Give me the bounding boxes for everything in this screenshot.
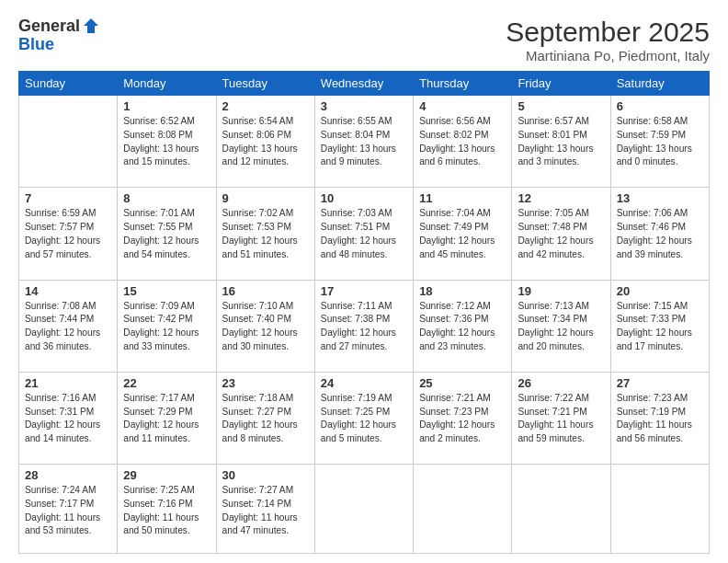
day-number: 21 [25, 376, 111, 390]
day-number: 27 [617, 376, 703, 390]
header: General Blue September 2025 Martiniana P… [18, 17, 710, 63]
table-row: 18Sunrise: 7:12 AM Sunset: 7:36 PM Dayli… [414, 280, 512, 372]
table-row: 9Sunrise: 7:02 AM Sunset: 7:53 PM Daylig… [216, 188, 314, 280]
table-row: 13Sunrise: 7:06 AM Sunset: 7:46 PM Dayli… [610, 188, 709, 280]
table-row [414, 465, 512, 554]
day-info: Sunrise: 7:13 AM Sunset: 7:34 PM Dayligh… [518, 300, 604, 354]
day-number: 30 [222, 468, 309, 482]
logo-icon [82, 17, 100, 35]
table-row: 16Sunrise: 7:10 AM Sunset: 7:40 PM Dayli… [216, 280, 314, 372]
day-info: Sunrise: 7:19 AM Sunset: 7:25 PM Dayligh… [321, 392, 407, 446]
day-number: 17 [321, 284, 407, 298]
day-info: Sunrise: 7:25 AM Sunset: 7:16 PM Dayligh… [123, 484, 210, 538]
table-row: 12Sunrise: 7:05 AM Sunset: 7:48 PM Dayli… [512, 188, 610, 280]
day-info: Sunrise: 7:22 AM Sunset: 7:21 PM Dayligh… [518, 392, 604, 446]
table-row: 3Sunrise: 6:55 AM Sunset: 8:04 PM Daylig… [314, 96, 413, 188]
day-number: 7 [25, 191, 111, 205]
day-number: 2 [222, 99, 309, 113]
day-number: 15 [123, 284, 210, 298]
day-info: Sunrise: 7:06 AM Sunset: 7:46 PM Dayligh… [617, 207, 703, 261]
day-number: 23 [222, 376, 309, 390]
page: General Blue September 2025 Martiniana P… [0, 0, 728, 563]
day-info: Sunrise: 7:11 AM Sunset: 7:38 PM Dayligh… [321, 300, 407, 354]
table-row: 23Sunrise: 7:18 AM Sunset: 7:27 PM Dayli… [216, 372, 314, 464]
table-row: 4Sunrise: 6:56 AM Sunset: 8:02 PM Daylig… [414, 96, 512, 188]
day-number: 24 [321, 376, 407, 390]
day-number: 6 [617, 99, 703, 113]
day-number: 13 [617, 191, 703, 205]
table-row: 28Sunrise: 7:24 AM Sunset: 7:17 PM Dayli… [19, 465, 118, 554]
day-info: Sunrise: 7:16 AM Sunset: 7:31 PM Dayligh… [25, 392, 111, 446]
table-row [610, 465, 709, 554]
header-tuesday: Tuesday [216, 72, 314, 96]
day-info: Sunrise: 7:02 AM Sunset: 7:53 PM Dayligh… [222, 207, 309, 261]
header-wednesday: Wednesday [314, 72, 413, 96]
table-row: 30Sunrise: 7:27 AM Sunset: 7:14 PM Dayli… [216, 465, 314, 554]
day-number: 8 [123, 191, 210, 205]
header-friday: Friday [512, 72, 610, 96]
day-info: Sunrise: 6:59 AM Sunset: 7:57 PM Dayligh… [25, 207, 111, 261]
day-number: 28 [25, 468, 111, 482]
day-number: 11 [419, 191, 506, 205]
calendar-header-row: Sunday Monday Tuesday Wednesday Thursday… [19, 72, 710, 96]
day-info: Sunrise: 7:08 AM Sunset: 7:44 PM Dayligh… [25, 300, 111, 354]
calendar-subtitle: Martiniana Po, Piedmont, Italy [506, 48, 710, 63]
table-row: 17Sunrise: 7:11 AM Sunset: 7:38 PM Dayli… [314, 280, 413, 372]
day-info: Sunrise: 7:09 AM Sunset: 7:42 PM Dayligh… [123, 300, 210, 354]
day-info: Sunrise: 6:56 AM Sunset: 8:02 PM Dayligh… [419, 115, 506, 169]
day-number: 16 [222, 284, 309, 298]
day-info: Sunrise: 7:05 AM Sunset: 7:48 PM Dayligh… [518, 207, 604, 261]
day-info: Sunrise: 6:57 AM Sunset: 8:01 PM Dayligh… [518, 115, 604, 169]
table-row: 7Sunrise: 6:59 AM Sunset: 7:57 PM Daylig… [19, 188, 118, 280]
day-info: Sunrise: 7:04 AM Sunset: 7:49 PM Dayligh… [419, 207, 506, 261]
table-row: 20Sunrise: 7:15 AM Sunset: 7:33 PM Dayli… [610, 280, 709, 372]
day-info: Sunrise: 6:54 AM Sunset: 8:06 PM Dayligh… [222, 115, 309, 169]
table-row: 24Sunrise: 7:19 AM Sunset: 7:25 PM Dayli… [314, 372, 413, 464]
title-block: September 2025 Martiniana Po, Piedmont, … [506, 17, 710, 63]
table-row: 19Sunrise: 7:13 AM Sunset: 7:34 PM Dayli… [512, 280, 610, 372]
table-row [19, 96, 118, 188]
day-number: 14 [25, 284, 111, 298]
table-row: 1Sunrise: 6:52 AM Sunset: 8:08 PM Daylig… [118, 96, 216, 188]
logo: General Blue [18, 17, 100, 54]
table-row: 8Sunrise: 7:01 AM Sunset: 7:55 PM Daylig… [118, 188, 216, 280]
day-number: 12 [518, 191, 604, 205]
day-info: Sunrise: 7:18 AM Sunset: 7:27 PM Dayligh… [222, 392, 309, 446]
header-sunday: Sunday [19, 72, 118, 96]
table-row: 14Sunrise: 7:08 AM Sunset: 7:44 PM Dayli… [19, 280, 118, 372]
svg-marker-0 [84, 18, 98, 33]
header-saturday: Saturday [610, 72, 709, 96]
calendar-table: Sunday Monday Tuesday Wednesday Thursday… [18, 71, 710, 554]
logo-general-text: General [18, 17, 80, 34]
day-info: Sunrise: 7:27 AM Sunset: 7:14 PM Dayligh… [222, 484, 309, 538]
table-row: 21Sunrise: 7:16 AM Sunset: 7:31 PM Dayli… [19, 372, 118, 464]
day-number: 1 [123, 99, 210, 113]
day-info: Sunrise: 7:23 AM Sunset: 7:19 PM Dayligh… [617, 392, 703, 446]
table-row: 6Sunrise: 6:58 AM Sunset: 7:59 PM Daylig… [610, 96, 709, 188]
day-info: Sunrise: 7:12 AM Sunset: 7:36 PM Dayligh… [419, 300, 506, 354]
day-info: Sunrise: 7:24 AM Sunset: 7:17 PM Dayligh… [25, 484, 111, 538]
table-row: 15Sunrise: 7:09 AM Sunset: 7:42 PM Dayli… [118, 280, 216, 372]
day-number: 18 [419, 284, 506, 298]
day-number: 19 [518, 284, 604, 298]
table-row: 5Sunrise: 6:57 AM Sunset: 8:01 PM Daylig… [512, 96, 610, 188]
table-row: 10Sunrise: 7:03 AM Sunset: 7:51 PM Dayli… [314, 188, 413, 280]
day-info: Sunrise: 7:17 AM Sunset: 7:29 PM Dayligh… [123, 392, 210, 446]
logo-blue-text: Blue [18, 35, 54, 53]
day-info: Sunrise: 7:01 AM Sunset: 7:55 PM Dayligh… [123, 207, 210, 261]
day-number: 25 [419, 376, 506, 390]
calendar-body: 1Sunrise: 6:52 AM Sunset: 8:08 PM Daylig… [19, 96, 710, 554]
day-number: 26 [518, 376, 604, 390]
table-row: 26Sunrise: 7:22 AM Sunset: 7:21 PM Dayli… [512, 372, 610, 464]
table-row [512, 465, 610, 554]
day-info: Sunrise: 6:55 AM Sunset: 8:04 PM Dayligh… [321, 115, 407, 169]
day-info: Sunrise: 7:15 AM Sunset: 7:33 PM Dayligh… [617, 300, 703, 354]
table-row: 27Sunrise: 7:23 AM Sunset: 7:19 PM Dayli… [610, 372, 709, 464]
day-number: 10 [321, 191, 407, 205]
table-row: 29Sunrise: 7:25 AM Sunset: 7:16 PM Dayli… [118, 465, 216, 554]
day-number: 4 [419, 99, 506, 113]
day-info: Sunrise: 6:52 AM Sunset: 8:08 PM Dayligh… [123, 115, 210, 169]
day-number: 22 [123, 376, 210, 390]
day-number: 5 [518, 99, 604, 113]
day-number: 20 [617, 284, 703, 298]
